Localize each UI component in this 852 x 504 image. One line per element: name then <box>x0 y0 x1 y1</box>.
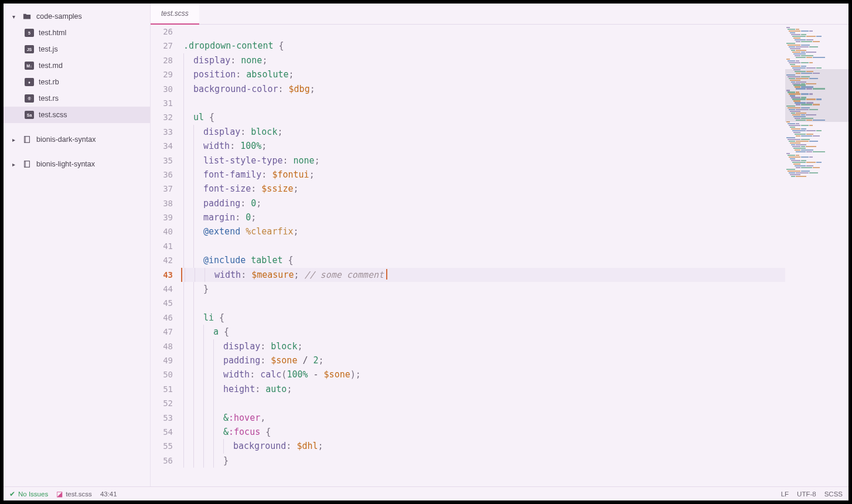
code-line[interactable]: @include tablet { <box>181 253 785 267</box>
status-file-label: test.scss <box>66 491 92 498</box>
tree-file-item[interactable]: Satest.scss <box>4 107 150 123</box>
code-line[interactable]: font-family: $fontui; <box>181 168 785 182</box>
tab-label: test.scss <box>161 9 189 18</box>
code-line[interactable]: width: 100%; <box>181 139 785 153</box>
code-line[interactable] <box>181 96 785 110</box>
line-number: 51 <box>151 382 173 396</box>
code-line[interactable]: width: $measure; // some comment <box>181 268 785 282</box>
editor-body[interactable]: 2627282930313233343536373839404142434445… <box>151 25 848 486</box>
html5-icon: 5 <box>25 28 34 38</box>
chevron-down-icon: ▾ <box>9 13 18 20</box>
status-language[interactable]: SCSS <box>824 491 843 498</box>
status-file[interactable]: ◪ test.scss <box>56 490 92 498</box>
line-number: 26 <box>151 25 173 39</box>
tab-file[interactable]: test.scss <box>151 4 199 25</box>
js-icon: JS <box>25 45 34 54</box>
status-line-ending[interactable]: LF <box>781 491 789 498</box>
file-tree-sidebar: ▾ code-samples 5test.htmlJStest.jsM↓test… <box>4 4 151 486</box>
code-line[interactable]: position: absolute; <box>181 67 785 81</box>
editor-pane: test.scss 262728293031323334353637383940… <box>151 4 848 486</box>
code-line[interactable]: padding: 0; <box>181 196 785 210</box>
status-encoding[interactable]: UTF-8 <box>797 491 816 498</box>
line-number: 36 <box>151 168 173 182</box>
line-number: 45 <box>151 296 173 310</box>
repo-icon <box>22 159 32 169</box>
line-number: 47 <box>151 325 173 339</box>
folder-icon <box>22 12 32 21</box>
code-line[interactable] <box>181 296 785 310</box>
repo-icon <box>22 135 32 144</box>
line-number: 55 <box>151 439 173 453</box>
code-line[interactable]: padding: $sone / 2; <box>181 353 785 367</box>
line-number: 39 <box>151 210 173 224</box>
code-line[interactable]: background: $dhl; <box>181 439 785 453</box>
chevron-right-icon: ▸ <box>9 161 18 168</box>
code-line[interactable]: } <box>181 282 785 296</box>
file-label: test.rb <box>39 78 59 86</box>
tree-file-item[interactable]: 5test.html <box>4 25 150 41</box>
status-issues[interactable]: ✔ No Issues <box>9 490 48 498</box>
line-number: 46 <box>151 311 173 325</box>
tree-file-item[interactable]: ®test.rs <box>4 90 150 107</box>
ruby-icon: ♦ <box>25 77 34 87</box>
code-text-area[interactable]: .dropdown-content {display: none;positio… <box>181 25 785 486</box>
line-number: 35 <box>151 154 173 168</box>
line-number: 28 <box>151 53 173 67</box>
code-line[interactable]: li { <box>181 311 785 325</box>
tab-bar: test.scss <box>151 4 848 25</box>
folder-label: bionis-light-syntax <box>36 160 95 168</box>
code-line[interactable]: height: auto; <box>181 382 785 396</box>
folder-label: bionis-dark-syntax <box>36 135 96 144</box>
code-line[interactable] <box>181 25 785 39</box>
tree-file-item[interactable]: JStest.js <box>4 41 150 57</box>
check-icon: ✔ <box>9 490 15 498</box>
rust-icon: ® <box>25 94 34 103</box>
code-line[interactable]: margin: 0; <box>181 210 785 224</box>
code-line[interactable]: &:focus { <box>181 425 785 439</box>
line-number: 38 <box>151 196 173 210</box>
line-number-gutter: 2627282930313233343536373839404142434445… <box>151 25 181 486</box>
line-number: 34 <box>151 139 173 153</box>
editor-app: ▾ code-samples 5test.htmlJStest.jsM↓test… <box>4 4 848 500</box>
code-line[interactable]: width: calc(100% - $sone); <box>181 367 785 382</box>
code-line[interactable]: a { <box>181 325 785 339</box>
line-number: 40 <box>151 224 173 239</box>
tree-folder-root[interactable]: ▾ code-samples <box>4 8 150 25</box>
file-label: test.html <box>39 29 66 37</box>
text-cursor <box>386 269 387 280</box>
status-position-label: 43:41 <box>100 491 117 498</box>
tree-folder-item[interactable]: ▸bionis-light-syntax <box>4 156 150 172</box>
line-number: 44 <box>151 282 173 296</box>
tree-file-item[interactable]: M↓test.md <box>4 57 150 74</box>
code-line[interactable]: background-color: $dbg; <box>181 82 785 96</box>
code-line[interactable] <box>181 239 785 253</box>
code-line[interactable]: ul { <box>181 110 785 124</box>
code-line[interactable]: display: block; <box>181 125 785 139</box>
code-line[interactable]: list-style-type: none; <box>181 154 785 168</box>
code-line[interactable]: display: block; <box>181 339 785 353</box>
status-issues-label: No Issues <box>18 491 48 498</box>
code-line[interactable]: &:hover, <box>181 411 785 425</box>
status-bar: ✔ No Issues ◪ test.scss 43:41 LF UTF-8 S… <box>4 486 848 500</box>
tree-file-item[interactable]: ♦test.rb <box>4 74 150 90</box>
code-line[interactable]: font-size: $ssize; <box>181 182 785 196</box>
code-line[interactable]: display: none; <box>181 53 785 67</box>
code-line[interactable]: @extend %clearfix; <box>181 224 785 239</box>
line-number: 48 <box>151 339 173 353</box>
line-number: 54 <box>151 425 173 439</box>
tree-file-list: 5test.htmlJStest.jsM↓test.md♦test.rb®tes… <box>4 25 150 123</box>
line-number: 43 <box>151 268 173 282</box>
file-label: test.md <box>39 62 63 70</box>
line-number: 49 <box>151 353 173 367</box>
line-number: 50 <box>151 367 173 382</box>
tree-folder-item[interactable]: ▸bionis-dark-syntax <box>4 131 150 148</box>
status-cursor-position[interactable]: 43:41 <box>100 491 117 498</box>
code-line[interactable] <box>181 396 785 410</box>
line-number: 41 <box>151 239 173 253</box>
line-number: 33 <box>151 125 173 139</box>
minimap[interactable] <box>785 25 848 486</box>
code-line[interactable]: } <box>181 454 785 468</box>
code-line[interactable]: .dropdown-content { <box>181 39 785 53</box>
line-number: 42 <box>151 253 173 267</box>
git-branch-icon: ◪ <box>56 490 63 498</box>
